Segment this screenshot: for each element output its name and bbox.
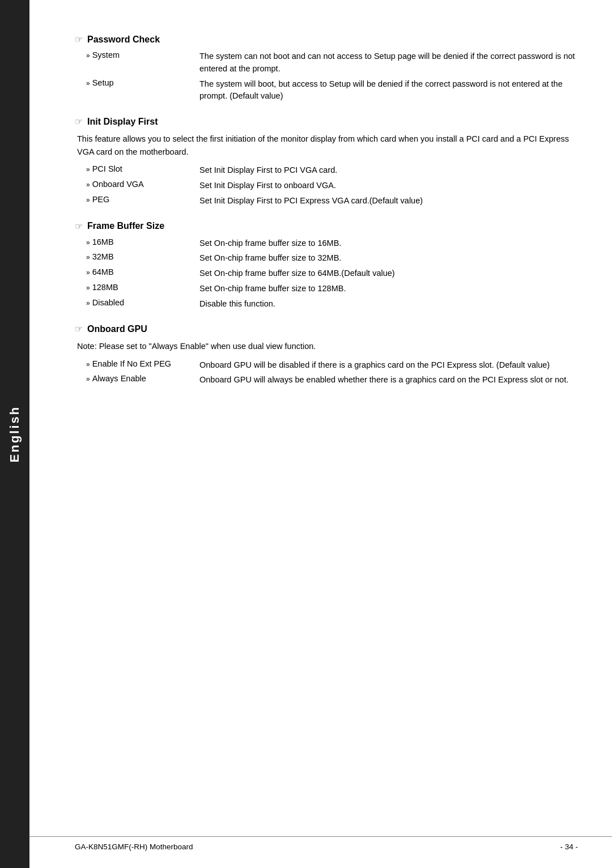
footer-model: GA-K8N51GMF(-RH) Motherboard <box>75 843 193 851</box>
option-desc: Set On-chip frame buffer size to 64MB.(D… <box>199 267 578 280</box>
option-row: »128MBSet On-chip frame buffer size to 1… <box>75 283 578 295</box>
option-label: »128MB <box>86 283 199 295</box>
section-heading-password-check: ☞Password Check <box>75 34 578 45</box>
arrow-icon: » <box>86 52 90 59</box>
section-body-onboard-gpu: Note: Please set to "Always Enable" when… <box>75 340 578 353</box>
section-password-check: ☞Password Check»SystemThe system can not… <box>75 34 578 103</box>
section-init-display-first: ☞Init Display FirstThis feature allows y… <box>75 116 578 207</box>
sidebar-label: English <box>7 406 22 462</box>
option-label: »Setup <box>86 78 199 103</box>
option-label-text: Setup <box>92 78 114 87</box>
option-label-text: Always Enable <box>92 374 146 383</box>
option-row: »Onboard VGASet Init Display First to on… <box>75 180 578 192</box>
option-desc: Set Init Display First to PCI VGA card. <box>199 164 578 177</box>
section-title-init-display-first: Init Display First <box>87 117 158 127</box>
section-title-frame-buffer-size: Frame Buffer Size <box>87 221 164 231</box>
option-desc: Set On-chip frame buffer size to 32MB. <box>199 252 578 265</box>
section-title-password-check: Password Check <box>87 35 160 45</box>
cursor-icon: ☞ <box>75 116 83 127</box>
option-label: »Enable If No Ext PEG <box>86 359 199 372</box>
section-onboard-gpu: ☞Onboard GPUNote: Please set to "Always … <box>75 324 578 386</box>
option-desc: Disable this function. <box>199 298 578 310</box>
section-title-onboard-gpu: Onboard GPU <box>87 324 147 334</box>
option-desc: Set On-chip frame buffer size to 128MB. <box>199 283 578 295</box>
option-label-text: Disabled <box>92 298 124 307</box>
option-desc: Onboard GPU will always be enabled wheth… <box>199 374 578 386</box>
footer-page: - 34 - <box>560 843 578 851</box>
cursor-icon: ☞ <box>75 34 83 45</box>
option-row: »SystemThe system can not boot and can n… <box>75 50 578 75</box>
arrow-icon: » <box>86 181 90 189</box>
arrow-icon: » <box>86 284 90 292</box>
option-desc: The system will boot, but access to Setu… <box>199 78 578 103</box>
option-desc: Set Init Display First to onboard VGA. <box>199 180 578 192</box>
option-label: »Always Enable <box>86 374 199 386</box>
option-label: »PCI Slot <box>86 164 199 177</box>
arrow-icon: » <box>86 239 90 246</box>
option-label: »16MB <box>86 237 199 250</box>
option-row: »SetupThe system will boot, but access t… <box>75 78 578 103</box>
main-content: ☞Password Check»SystemThe system can not… <box>29 0 612 445</box>
arrow-icon: » <box>86 79 90 87</box>
option-row: »PCI SlotSet Init Display First to PCI V… <box>75 164 578 177</box>
section-body-init-display-first: This feature allows you to select the fi… <box>75 133 578 159</box>
option-label: »System <box>86 50 199 75</box>
option-label: »Onboard VGA <box>86 180 199 192</box>
arrow-icon: » <box>86 360 90 368</box>
option-label-text: 128MB <box>92 283 118 292</box>
option-label-text: 64MB <box>92 267 114 276</box>
option-label-text: Enable If No Ext PEG <box>92 359 171 368</box>
option-label: »64MB <box>86 267 199 280</box>
arrow-icon: » <box>86 165 90 173</box>
option-desc: The system can not boot and can not acce… <box>199 50 578 75</box>
option-row: »16MBSet On-chip frame buffer size to 16… <box>75 237 578 250</box>
footer: GA-K8N51GMF(-RH) Motherboard - 34 - <box>29 836 612 851</box>
option-label: »PEG <box>86 195 199 207</box>
option-row: »32MBSet On-chip frame buffer size to 32… <box>75 252 578 265</box>
section-heading-onboard-gpu: ☞Onboard GPU <box>75 324 578 334</box>
option-desc: Set Init Display First to PCI Express VG… <box>199 195 578 207</box>
option-row: »Enable If No Ext PEGOnboard GPU will be… <box>75 359 578 372</box>
option-desc: Onboard GPU will be disabled if there is… <box>199 359 578 372</box>
option-label-text: PEG <box>92 195 110 204</box>
option-label-text: 32MB <box>92 252 114 261</box>
arrow-icon: » <box>86 196 90 204</box>
option-label-text: Onboard VGA <box>92 180 144 189</box>
section-heading-frame-buffer-size: ☞Frame Buffer Size <box>75 221 578 232</box>
cursor-icon: ☞ <box>75 324 83 334</box>
sidebar: English <box>0 0 29 868</box>
option-row: »PEGSet Init Display First to PCI Expres… <box>75 195 578 207</box>
section-frame-buffer-size: ☞Frame Buffer Size»16MBSet On-chip frame… <box>75 221 578 310</box>
arrow-icon: » <box>86 253 90 261</box>
option-row: »DisabledDisable this function. <box>75 298 578 310</box>
cursor-icon: ☞ <box>75 221 83 232</box>
option-row: »64MBSet On-chip frame buffer size to 64… <box>75 267 578 280</box>
option-row: »Always EnableOnboard GPU will always be… <box>75 374 578 386</box>
section-heading-init-display-first: ☞Init Display First <box>75 116 578 127</box>
option-label-text: System <box>92 50 120 59</box>
arrow-icon: » <box>86 375 90 383</box>
sections-container: ☞Password Check»SystemThe system can not… <box>75 34 578 386</box>
option-desc: Set On-chip frame buffer size to 16MB. <box>199 237 578 250</box>
arrow-icon: » <box>86 299 90 307</box>
option-label-text: 16MB <box>92 237 114 246</box>
option-label: »32MB <box>86 252 199 265</box>
option-label: »Disabled <box>86 298 199 310</box>
option-label-text: PCI Slot <box>92 164 122 173</box>
arrow-icon: » <box>86 269 90 276</box>
